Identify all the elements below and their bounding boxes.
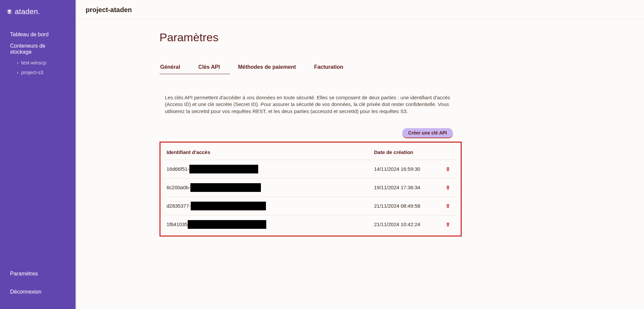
delete-button[interactable] <box>441 166 455 172</box>
api-keys-table: Identifiant d'accès Date de création 16d… <box>159 142 462 237</box>
table-row: 16d66f51- 14/11/2024 16:59:30 <box>164 160 457 178</box>
redacted-block <box>189 165 258 173</box>
redacted-block <box>191 202 266 210</box>
brand: ataden. <box>0 7 76 29</box>
delete-button[interactable] <box>441 185 455 191</box>
tab-billing[interactable]: Facturation <box>313 61 344 74</box>
table-row: 6c200a0b- 19/11/2024 17:36:34 <box>164 178 457 197</box>
tab-payment-methods[interactable]: Méthodes de paiement <box>237 61 296 74</box>
table-header: Identifiant d'accès Date de création <box>164 145 457 160</box>
table-row: d2835377- 21/11/2024 08:49:58 <box>164 197 457 215</box>
sidebar-item-logout[interactable]: Déconnexion <box>0 286 76 298</box>
created-date: 21/11/2024 08:49:58 <box>374 203 441 209</box>
tab-general[interactable]: Général <box>159 61 181 74</box>
create-api-key-button[interactable]: Créer une clé API <box>402 128 453 138</box>
created-date: 19/11/2024 17:36:34 <box>374 185 441 190</box>
main: project-ataden Paramètres Général Clés A… <box>76 0 644 309</box>
trash-icon <box>445 166 451 172</box>
trash-icon <box>445 185 451 191</box>
access-id-prefix: 16d66f51- <box>167 166 189 172</box>
project-name: project-ataden <box>86 6 132 13</box>
trash-icon <box>445 221 451 227</box>
created-date: 14/11/2024 16:59:30 <box>374 166 441 172</box>
sidebar-sub-test-winscp[interactable]: test-winscp <box>0 58 76 67</box>
sidebar: ataden. Tableau de bord Conteneurs de st… <box>0 0 76 309</box>
brand-name: ataden. <box>15 7 40 16</box>
sidebar-item-settings[interactable]: Paramètres <box>0 268 76 279</box>
th-access-id: Identifiant d'accès <box>167 149 374 155</box>
redacted-block <box>190 183 261 192</box>
table-row: 1f641035 21/11/2024 10:42:24 <box>164 215 457 234</box>
trash-icon <box>445 203 451 209</box>
sidebar-item-dashboard[interactable]: Tableau de bord <box>0 29 76 40</box>
api-keys-description: Les clés API permettent d'accéder à vos … <box>159 94 462 115</box>
brand-icon <box>6 8 13 15</box>
content: Paramètres Général Clés API Méthodes de … <box>159 31 462 237</box>
sidebar-sub-project-s3[interactable]: project-s3 <box>0 67 76 77</box>
th-created: Date de création <box>374 149 441 155</box>
page-title: Paramètres <box>159 31 462 44</box>
redacted-block <box>188 220 266 229</box>
tabs: Général Clés API Méthodes de paiement Fa… <box>159 61 462 74</box>
sidebar-item-storage[interactable]: Conteneurs de stockage <box>0 40 76 58</box>
created-date: 21/11/2024 10:42:24 <box>374 221 441 227</box>
delete-button[interactable] <box>441 203 455 209</box>
access-id-prefix: 6c200a0b- <box>167 185 190 190</box>
topbar: project-ataden <box>76 0 644 19</box>
access-id-prefix: d2835377- <box>167 203 191 209</box>
delete-button[interactable] <box>441 221 455 227</box>
access-id-prefix: 1f641035 <box>167 221 188 227</box>
tab-api-keys[interactable]: Clés API <box>198 61 221 74</box>
